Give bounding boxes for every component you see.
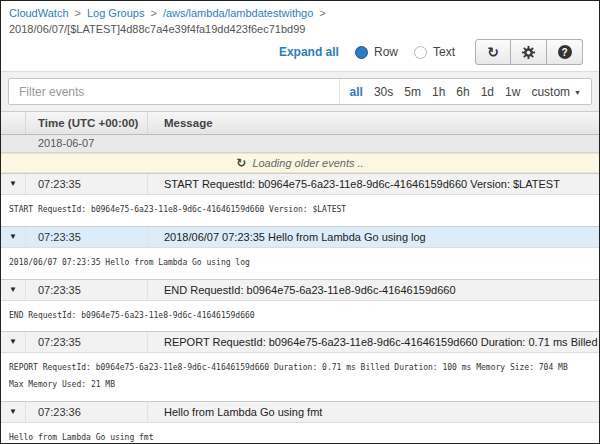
time-range-1d[interactable]: 1d	[481, 85, 494, 99]
log-stream-name: 2018/06/07/[$LATEST]4d88c7a4e39f4fa19dd4…	[9, 23, 591, 35]
breadcrumb-cloudwatch-link[interactable]: CloudWatch	[9, 7, 69, 19]
event-detail-text: Hello from Lambda Go using fmt	[9, 430, 591, 444]
caret-down-icon: ▼	[574, 89, 581, 96]
event-time: 07:23:35	[26, 280, 148, 300]
column-header-time[interactable]: Time (UTC +00:00)	[26, 112, 148, 134]
log-event-detail: REPORT RequestId: b0964e75-6a23-11e8-9d6…	[1, 352, 599, 401]
event-time: 07:23:35	[26, 174, 148, 194]
view-option-row[interactable]: Row	[355, 45, 398, 59]
breadcrumb-log-groups-link[interactable]: Log Groups	[87, 7, 144, 19]
event-message: Hello from Lambda Go using fmt	[148, 402, 599, 422]
event-message: 2018/06/07 07:23:35 Hello from Lambda Go…	[148, 227, 599, 247]
loading-older-label: Loading older events ..	[252, 157, 363, 169]
help-icon: ?	[558, 45, 572, 59]
filter-events-input[interactable]	[9, 79, 339, 104]
breadcrumb-separator: >	[319, 7, 325, 19]
filter-box: all 30s 5m 1h 6h 1d 1w custom▼	[8, 78, 592, 105]
settings-button[interactable]	[511, 39, 547, 65]
view-option-text[interactable]: Text	[414, 45, 455, 59]
breadcrumb: CloudWatch>Log Groups>/aws/lambda/lambda…	[9, 7, 591, 19]
event-message: START RequestId: b0964e75-6a23-11e8-9d6c…	[148, 174, 599, 194]
time-range-all[interactable]: all	[350, 85, 363, 99]
log-event-row[interactable]: ▼ 07:23:35 START RequestId: b0964e75-6a2…	[1, 173, 599, 194]
date-label: 2018-06-07	[38, 137, 94, 149]
collapse-arrow-icon: ▼	[9, 338, 17, 346]
log-rows: ▼ 07:23:35 START RequestId: b0964e75-6a2…	[1, 173, 599, 444]
collapse-arrow-icon: ▼	[9, 233, 17, 241]
collapse-arrow-icon: ▼	[9, 408, 17, 416]
time-range-30s[interactable]: 30s	[374, 85, 393, 99]
date-separator-row: 2018-06-07	[1, 135, 599, 153]
log-events-table: Time (UTC +00:00) Message 2018-06-07 ↻ L…	[1, 112, 599, 444]
log-event-row[interactable]: ▼ 07:23:36 Hello from Lambda Go using fm…	[1, 401, 599, 422]
event-detail-text: 2018/06/07 07:23:35 Hello from Lambda Go…	[9, 255, 591, 272]
breadcrumb-separator: >	[150, 7, 156, 19]
breadcrumb-log-group-link[interactable]: /aws/lambda/lambdatestwithgo	[163, 7, 313, 19]
log-event-row[interactable]: ▼ 07:23:35 END RequestId: b0964e75-6a23-…	[1, 279, 599, 300]
breadcrumb-separator: >	[75, 7, 81, 19]
radio-unselected-icon	[414, 46, 427, 59]
custom-label: custom	[531, 85, 570, 99]
arrow-cell[interactable]: ▼	[1, 332, 26, 352]
refresh-icon: ↻	[487, 44, 499, 60]
time-range-1w[interactable]: 1w	[505, 85, 520, 99]
log-event-row[interactable]: ▼ 07:23:35 2018/06/07 07:23:35 Hello fro…	[1, 226, 599, 247]
log-event-detail: START RequestId: b0964e75-6a23-11e8-9d6c…	[1, 194, 599, 226]
table-header: Time (UTC +00:00) Message	[1, 112, 599, 135]
gear-icon	[521, 45, 536, 60]
event-message: REPORT RequestId: b0964e75-6a23-11e8-9d6…	[148, 332, 599, 352]
log-event-detail: END RequestId: b0964e75-6a23-11e8-9d6c-4…	[1, 300, 599, 332]
event-message: END RequestId: b0964e75-6a23-11e8-9d6c-4…	[148, 280, 599, 300]
loading-older-row[interactable]: ↻ Loading older events ..	[1, 153, 599, 173]
collapse-arrow-icon: ▼	[9, 180, 17, 188]
refresh-button[interactable]: ↻	[475, 39, 511, 65]
arrow-column-header	[1, 112, 26, 134]
event-time: 07:23:36	[26, 402, 148, 422]
cloudwatch-log-events-page: CloudWatch>Log Groups>/aws/lambda/lambda…	[0, 0, 600, 444]
time-range-selector: all 30s 5m 1h 6h 1d 1w custom▼	[339, 79, 591, 104]
event-detail-text: END RequestId: b0964e75-6a23-11e8-9d6c-4…	[9, 308, 591, 325]
view-option-text-label: Text	[433, 45, 455, 59]
event-detail-text: START RequestId: b0964e75-6a23-11e8-9d6c…	[9, 202, 591, 219]
log-event-detail: 2018/06/07 07:23:35 Hello from Lambda Go…	[1, 247, 599, 279]
toolbar-button-group: ↻ ?	[475, 39, 583, 65]
view-controls: Expand all Row Text ↻	[9, 35, 591, 71]
arrow-cell[interactable]: ▼	[1, 280, 26, 300]
time-range-custom-dropdown[interactable]: custom▼	[531, 85, 581, 99]
time-range-1h[interactable]: 1h	[432, 85, 445, 99]
column-header-message[interactable]: Message	[148, 112, 599, 134]
time-range-6h[interactable]: 6h	[456, 85, 469, 99]
expand-all-link[interactable]: Expand all	[279, 45, 339, 59]
topbar: CloudWatch>Log Groups>/aws/lambda/lambda…	[1, 1, 599, 71]
event-time: 07:23:35	[26, 227, 148, 247]
arrow-cell[interactable]: ▼	[1, 227, 26, 247]
help-button[interactable]: ?	[547, 39, 583, 65]
log-event-row[interactable]: ▼ 07:23:35 REPORT RequestId: b0964e75-6a…	[1, 331, 599, 352]
event-time: 07:23:35	[26, 332, 148, 352]
arrow-cell[interactable]: ▼	[1, 402, 26, 422]
time-range-5m[interactable]: 5m	[404, 85, 421, 99]
arrow-cell[interactable]: ▼	[1, 174, 26, 194]
log-event-detail: Hello from Lambda Go using fmt	[1, 422, 599, 444]
event-detail-text: REPORT RequestId: b0964e75-6a23-11e8-9d6…	[9, 360, 591, 394]
spinner-icon: ↻	[236, 156, 246, 170]
view-option-row-label: Row	[374, 45, 398, 59]
filter-toolbar: all 30s 5m 1h 6h 1d 1w custom▼	[1, 71, 599, 112]
collapse-arrow-icon: ▼	[9, 286, 17, 294]
radio-selected-icon	[355, 46, 368, 59]
